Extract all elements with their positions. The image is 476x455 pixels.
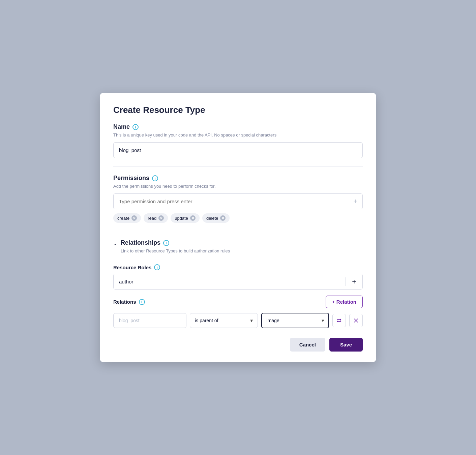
relation-target-wrapper: image blog_post user comment ▼ [261, 313, 329, 328]
permissions-section-header: Permissions i [113, 175, 363, 182]
name-description: This is a unique key used in your code a… [113, 132, 363, 138]
tag-update-remove[interactable]: ✕ [190, 215, 196, 221]
tag-delete: delete ✕ [202, 213, 230, 223]
relation-type-select[interactable]: is parent of is child of has member [190, 313, 258, 328]
permissions-tags-row: create ✕ read ✕ update ✕ delete ✕ [113, 213, 363, 223]
permissions-info-icon[interactable]: i [152, 175, 158, 181]
resource-roles-header: Resource Roles i [113, 264, 363, 270]
permissions-description: Add the permissions you need to perform … [113, 184, 363, 189]
create-resource-type-modal: Create Resource Type Name i This is a un… [100, 93, 376, 362]
relationships-info-icon[interactable]: i [163, 240, 169, 246]
name-label: Name [113, 123, 130, 130]
tag-read: read ✕ [144, 213, 168, 223]
relationships-description: Link to other Resource Types to build au… [121, 248, 363, 253]
add-relation-button[interactable]: + Relation [326, 296, 363, 308]
relation-target-select[interactable]: image blog_post user comment [261, 313, 329, 328]
tag-delete-remove[interactable]: ✕ [220, 215, 226, 221]
tag-create-label: create [117, 216, 129, 221]
tag-read-label: read [148, 216, 156, 221]
relationships-text-block: Relationships i Link to other Resource T… [121, 239, 363, 258]
modal-title: Create Resource Type [113, 105, 363, 115]
permission-input-row: + [113, 193, 363, 209]
name-section-header: Name i [113, 123, 363, 130]
relations-label: Relations [113, 299, 136, 305]
relationships-label: Relationships [121, 239, 160, 246]
resource-roles-plus-icon[interactable]: + [346, 277, 362, 286]
permission-input[interactable] [113, 193, 363, 209]
resource-roles-info-icon[interactable]: i [154, 264, 160, 270]
tag-update: update ✕ [171, 213, 200, 223]
tag-update-label: update [175, 216, 188, 221]
divider-2 [113, 231, 363, 231]
permission-plus-icon[interactable]: + [353, 198, 357, 205]
relations-info-icon[interactable]: i [139, 299, 145, 305]
tag-read-remove[interactable]: ✕ [158, 215, 164, 221]
relations-left: Relations i [113, 299, 145, 305]
cancel-button[interactable]: Cancel [290, 338, 325, 352]
divider-1 [113, 166, 363, 166]
name-section: Name i This is a unique key used in your… [113, 123, 363, 158]
name-info-icon[interactable]: i [132, 124, 139, 130]
resource-roles-input[interactable] [114, 274, 346, 289]
relationships-section: ⌄ Relationships i Link to other Resource… [113, 239, 363, 328]
relation-delete-button[interactable] [349, 314, 363, 327]
permissions-label: Permissions [113, 175, 149, 182]
relation-type-wrapper: is parent of is child of has member ▼ [190, 313, 258, 328]
save-button[interactable]: Save [329, 338, 363, 352]
footer-row: Cancel Save [113, 338, 363, 352]
relation-source-text: blog_post [119, 318, 140, 323]
relationships-header: ⌄ Relationships i Link to other Resource… [113, 239, 363, 258]
relations-header-row: Relations i + Relation [113, 296, 363, 308]
relationships-title-row: Relationships i [121, 239, 363, 246]
tag-create-remove[interactable]: ✕ [131, 215, 137, 221]
resource-roles-input-row: + [113, 274, 363, 290]
resource-roles-section: Resource Roles i + [113, 264, 363, 290]
relationships-chevron-icon[interactable]: ⌄ [113, 241, 117, 246]
name-input[interactable] [113, 142, 363, 158]
permissions-section: Permissions i Add the permissions you ne… [113, 175, 363, 223]
tag-create: create ✕ [113, 213, 141, 223]
relation-swap-button[interactable] [332, 314, 346, 327]
resource-roles-label: Resource Roles [113, 265, 151, 270]
relation-row: blog_post is parent of is child of has m… [113, 313, 363, 328]
tag-delete-label: delete [206, 216, 218, 221]
relation-source-display: blog_post [113, 313, 186, 328]
